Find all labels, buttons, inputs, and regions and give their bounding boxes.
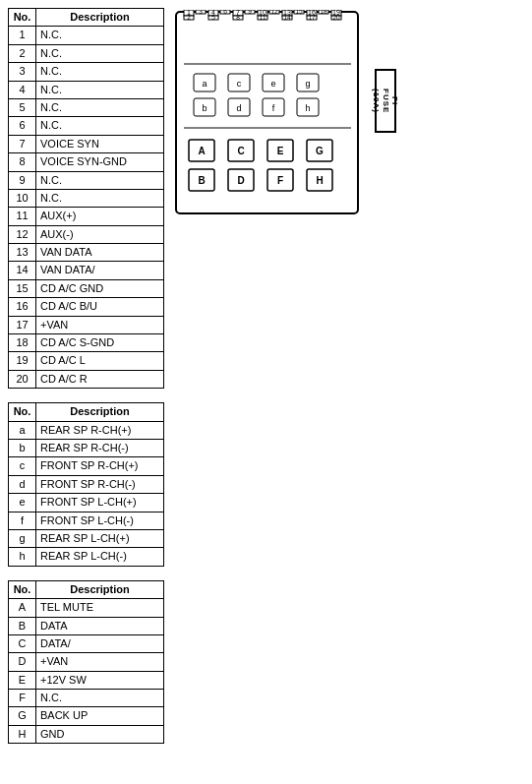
table-row: 13 (9, 244, 36, 262)
table-row: 6 (9, 117, 36, 135)
svg-text:6: 6 (223, 10, 227, 15)
svg-text:12: 12 (270, 10, 278, 15)
table1-header-no: No. (9, 9, 36, 27)
table-row: 17 (9, 316, 36, 333)
table-row: VAN DATA/ (36, 262, 164, 279)
svg-text:c: c (237, 79, 242, 89)
table-row: +VAN (36, 653, 164, 671)
svg-text:11: 11 (259, 14, 266, 21)
table-row: 2 (9, 44, 36, 62)
table-row: C (9, 634, 36, 652)
table-row: REAR SP L-CH(-) (36, 548, 164, 566)
svg-text:17: 17 (308, 14, 316, 21)
pin-table-3: No. Description ATEL MUTEBDATACDATA/D+VA… (8, 580, 164, 745)
table-row: N.C. (36, 690, 164, 707)
table-row: N.C. (36, 81, 164, 98)
left-panel: No. Description 1N.C.2N.C.3N.C.4N.C.5N.C… (8, 8, 164, 744)
svg-text:15: 15 (295, 10, 303, 15)
table-row: g (9, 529, 36, 547)
table-row: N.C. (36, 98, 164, 116)
table-row: +VAN (36, 316, 164, 333)
table-row: TEL MUTE (36, 599, 164, 617)
table-row: E (9, 671, 36, 689)
table-row: AUX(+) (36, 208, 164, 225)
table-row: 12 (9, 225, 36, 243)
svg-text:3: 3 (199, 10, 203, 15)
table-row: 10 (9, 189, 36, 207)
table-row: CD A/C S-GND (36, 334, 164, 352)
table-row: N.C. (36, 44, 164, 62)
table-row: GND (36, 725, 164, 743)
svg-text:C: C (237, 146, 244, 156)
table-row: FRONT SP R-CH(-) (36, 475, 164, 493)
table-row: FRONT SP L-CH(-) (36, 512, 164, 529)
table-row: h (9, 548, 36, 566)
svg-text:d: d (236, 103, 241, 113)
table-row: 16 (9, 298, 36, 316)
svg-text:F: F (277, 175, 283, 186)
table-row: 15 (9, 279, 36, 297)
table-row: REAR SP R-CH(-) (36, 439, 164, 456)
table-row: 4 (9, 81, 36, 98)
svg-text:14: 14 (283, 14, 291, 21)
svg-text:2: 2 (187, 14, 191, 21)
table3-header-desc: Description (36, 580, 164, 598)
pin-table-2: No. Description aREAR SP R-CH(+)bREAR SP… (8, 402, 164, 567)
table-row: 11 (9, 208, 36, 225)
table-row: DATA (36, 617, 164, 634)
table-row: 9 (9, 171, 36, 189)
table-row: VAN DATA (36, 244, 164, 262)
table3-header-no: No. (9, 580, 36, 598)
connector-svg: 1 4 7 10 13 16 (174, 10, 371, 216)
table-row: FRONT SP L-CH(+) (36, 494, 164, 512)
table-row: N.C. (36, 117, 164, 135)
table-row: CD A/C R (36, 370, 164, 388)
svg-text:A: A (198, 146, 205, 156)
table-row: DATA/ (36, 634, 164, 652)
table-row: c (9, 457, 36, 475)
table1-header-desc: Description (36, 9, 164, 27)
table-row: REAR SP L-CH(+) (36, 529, 164, 547)
table-row: a (9, 421, 36, 439)
svg-text:20: 20 (332, 14, 340, 21)
table-row: 19 (9, 352, 36, 370)
table2-header-no: No. (9, 403, 36, 421)
table-row: A (9, 599, 36, 617)
table-row: 1 (9, 27, 36, 44)
svg-text:g: g (305, 79, 310, 89)
table-row: BACK UP (36, 707, 164, 725)
table-row: 7 (9, 135, 36, 152)
table-row: 5 (9, 98, 36, 116)
table-row: D (9, 653, 36, 671)
table-row: F (9, 690, 36, 707)
table-row: CD A/C L (36, 352, 164, 370)
table-row: d (9, 475, 36, 493)
table-row: VOICE SYN (36, 135, 164, 152)
table-row: B (9, 617, 36, 634)
table-row: N.C. (36, 63, 164, 81)
svg-text:h: h (305, 103, 310, 113)
table-row: 20 (9, 370, 36, 388)
svg-text:b: b (202, 103, 207, 113)
svg-text:9: 9 (248, 10, 252, 15)
table-row: H (9, 725, 36, 743)
table-row: N.C. (36, 27, 164, 44)
svg-text:H: H (316, 175, 323, 186)
table2-header-desc: Description (36, 403, 164, 421)
table-row: 3 (9, 63, 36, 81)
connector-panel: 1 4 7 10 13 16 (174, 8, 396, 744)
table-row: FRONT SP R-CH(+) (36, 457, 164, 475)
svg-text:5: 5 (211, 14, 215, 21)
table-row: G (9, 707, 36, 725)
table-row: 18 (9, 334, 36, 352)
pin-table-1: No. Description 1N.C.2N.C.3N.C.4N.C.5N.C… (8, 8, 164, 389)
table-row: 14 (9, 262, 36, 279)
svg-text:8: 8 (236, 14, 240, 21)
table-row: +12V SW (36, 671, 164, 689)
table-row: N.C. (36, 171, 164, 189)
svg-text:E: E (277, 146, 284, 156)
table-row: N.C. (36, 189, 164, 207)
table-row: 8 (9, 153, 36, 171)
fuse-label: FIFUSE(10A) (375, 69, 396, 133)
svg-text:18: 18 (320, 10, 327, 15)
